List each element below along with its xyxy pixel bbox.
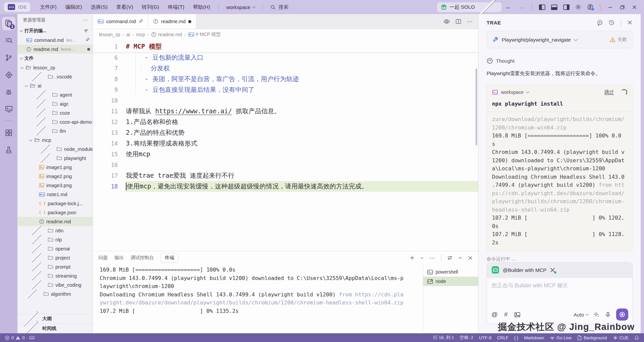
- tool-call-card[interactable]: Playwright/playwright_navigate 失败: [487, 31, 633, 48]
- toggle-right-panel-button[interactable]: [560, 2, 572, 12]
- activity-grid-button[interactable]: [2, 126, 15, 139]
- open-editors-header[interactable]: 打开的编...: [17, 26, 93, 36]
- tree-item[interactable]: aigc: [17, 99, 93, 108]
- tree-item[interactable]: image2.png: [17, 172, 93, 181]
- tree-item[interactable]: readme.md: [17, 217, 93, 226]
- activity-search-button[interactable]: [2, 34, 15, 47]
- toggle-bottom-panel-button[interactable]: [548, 2, 560, 12]
- tree-item[interactable]: ai: [17, 81, 93, 90]
- problems-indicator[interactable]: 0 0: [5, 335, 24, 340]
- statusbar-item[interactable]: Go Live: [550, 335, 572, 340]
- terminal-scope[interactable]: workspace: [501, 90, 524, 95]
- tree-item[interactable]: llm: [17, 126, 93, 135]
- attach-image-button[interactable]: [514, 311, 521, 318]
- statusbar-item[interactable]: Markdown: [524, 335, 544, 340]
- workspace-dropdown[interactable]: workspace: [223, 3, 258, 11]
- tree-item[interactable]: image1.png: [17, 163, 93, 172]
- tree-item[interactable]: coze: [17, 108, 93, 117]
- statusbar-item[interactable]: { }: [514, 335, 518, 340]
- window-minimize-button[interactable]: [604, 2, 616, 12]
- menu-item[interactable]: 查看(V): [112, 3, 138, 12]
- tree-item[interactable]: streaming: [17, 271, 93, 280]
- skip-button[interactable]: 跳过: [604, 89, 614, 95]
- split-editor-button[interactable]: [455, 18, 461, 24]
- nav-back-button[interactable]: ←: [502, 3, 515, 11]
- tree-item[interactable]: nlp: [17, 235, 93, 244]
- chat-input[interactable]: 您正在与 Builder with MCP 聊天 @ # Auto: [487, 277, 633, 324]
- tree-item[interactable]: project: [17, 253, 93, 262]
- statusbar-item[interactable]: Background: [577, 335, 607, 340]
- send-stop-button[interactable]: [616, 308, 628, 321]
- activity-bug-button[interactable]: [2, 85, 15, 99]
- terminal-session[interactable]: node: [423, 277, 478, 286]
- breadcrumb-item[interactable]: lesson_zp: [99, 32, 120, 37]
- preview-button[interactable]: [443, 18, 450, 25]
- chat-agent-header[interactable]: @Builder with MCP: [487, 262, 633, 277]
- editor-tab[interactable]: command.md: [93, 14, 148, 29]
- tree-item[interactable]: note1.md: [17, 190, 93, 199]
- tree-item[interactable]: algorithm: [17, 289, 93, 298]
- tree-item[interactable]: openai: [17, 244, 93, 253]
- statusbar-item[interactable]: CUE: [613, 335, 629, 340]
- terminal-dropdown-button[interactable]: [420, 256, 424, 260]
- tree-item[interactable]: playwright: [17, 154, 93, 163]
- settings-gear-button[interactable]: [573, 2, 584, 12]
- more-actions-button[interactable]: ⋯: [429, 254, 435, 262]
- statusbar-item[interactable]: [634, 335, 639, 340]
- sidebar-more-button[interactable]: ⋯: [83, 17, 89, 23]
- global-search[interactable]: 搜索: [267, 3, 292, 12]
- menu-item[interactable]: 终端(T): [163, 3, 189, 12]
- account-button[interactable]: [585, 2, 596, 12]
- maximize-panel-button[interactable]: [458, 255, 463, 261]
- menu-item[interactable]: 转到(G): [138, 3, 164, 12]
- files-section-header[interactable]: 文件: [17, 54, 93, 63]
- open-editor-item[interactable]: readme.mdlesso...: [17, 45, 93, 54]
- menu-item[interactable]: 编辑(E): [61, 3, 87, 12]
- panel-tab[interactable]: 输出: [114, 255, 124, 261]
- window-close-button[interactable]: [629, 2, 640, 12]
- menu-item[interactable]: 选择(S): [87, 3, 112, 12]
- mode-selector[interactable]: Auto: [574, 312, 588, 318]
- tree-item[interactable]: prompt: [17, 262, 93, 271]
- pin-icon[interactable]: [85, 37, 90, 43]
- window-restore-button[interactable]: [616, 2, 628, 12]
- breadcrumb-item[interactable]: mcp: [136, 32, 145, 37]
- tree-item[interactable]: n8n: [17, 226, 93, 235]
- solo-button[interactable]: 一起 SOLO: [437, 2, 502, 12]
- tree-item[interactable]: vibe_coding: [17, 280, 93, 289]
- more-actions-button[interactable]: ⋯: [467, 18, 473, 25]
- panel-tab[interactable]: 调试控制台: [131, 255, 154, 261]
- tree-item[interactable]: coze-api-demo: [17, 117, 93, 126]
- menu-item[interactable]: 文件(F): [36, 3, 61, 12]
- mic-button[interactable]: [605, 311, 611, 318]
- toggle-left-panel-button[interactable]: [536, 2, 548, 12]
- panel-tab[interactable]: 问题: [98, 255, 108, 261]
- section-header[interactable]: 时间线: [17, 324, 93, 333]
- nav-forward-button[interactable]: →: [515, 3, 528, 11]
- statusbar-item[interactable]: 空格: 2: [460, 335, 473, 341]
- section-header[interactable]: 大纲: [17, 314, 93, 324]
- tree-item[interactable]: agent: [17, 90, 93, 99]
- open-editor-item[interactable]: command.mdles...: [17, 36, 93, 45]
- app-logo[interactable]: IDE: [4, 2, 30, 12]
- statusbar-item[interactable]: 行 18, 列 1: [433, 335, 454, 341]
- close-panel-button[interactable]: [468, 255, 473, 261]
- statusbar-item[interactable]: UTF-8: [479, 335, 491, 340]
- editor-tab[interactable]: readme.md: [148, 14, 196, 29]
- activity-files-button[interactable]: 1: [2, 17, 15, 30]
- breadcrumb-item[interactable]: # MCP 模型: [188, 32, 221, 38]
- tree-item[interactable]: image3.png: [17, 181, 93, 190]
- tree-item[interactable]: node_modules: [17, 145, 93, 154]
- panel-settings-button[interactable]: [447, 255, 453, 261]
- enhance-sparkle-button[interactable]: [593, 311, 600, 318]
- tree-item[interactable]: { }package-lock.j...: [17, 199, 93, 208]
- activity-eye-button[interactable]: [2, 68, 15, 81]
- new-terminal-button[interactable]: [409, 255, 415, 261]
- context-hash-button[interactable]: #: [504, 311, 508, 318]
- breadcrumb-item[interactable]: ai: [126, 32, 130, 37]
- menu-item[interactable]: 帮助(H): [189, 3, 214, 12]
- ports-icon[interactable]: [29, 335, 35, 340]
- pin-icon[interactable]: [139, 19, 143, 24]
- history-icon[interactable]: [608, 19, 615, 26]
- new-chat-icon[interactable]: [597, 19, 603, 26]
